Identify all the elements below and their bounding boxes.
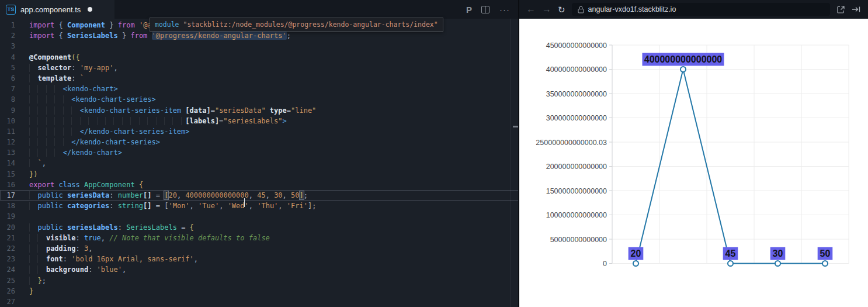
back-icon[interactable]: ← <box>526 5 536 14</box>
line-number: 20 <box>0 222 15 233</box>
code-line[interactable]: 12 </kendo-chart-series> <box>0 137 519 147</box>
code-line[interactable]: 22 padding: 3, <box>0 243 519 254</box>
code-line[interactable]: 2import { SeriesLabels } from '@progress… <box>0 30 519 41</box>
forward-icon[interactable]: → <box>542 5 551 14</box>
more-actions-icon[interactable]: ··· <box>499 5 510 15</box>
code-line[interactable]: 25 }; <box>0 275 519 286</box>
editor-tab-app-component-ts[interactable]: TS app.component.ts <box>0 0 114 19</box>
code-line[interactable]: 27 <box>0 296 519 307</box>
code-text: } <box>29 286 33 296</box>
code-line[interactable]: 7 <kendo-chart> <box>0 84 519 94</box>
code-text: </kendo-chart> <box>29 147 122 158</box>
refresh-icon[interactable]: ↻ <box>558 5 565 14</box>
y-tick-label: 50000000000000 <box>550 236 607 244</box>
scrollbar-decoration <box>513 126 518 127</box>
code-text: visible: true, // Note that visible defa… <box>29 233 270 243</box>
code-text: background: 'blue', <box>29 264 126 275</box>
y-tick-label: 400000000000000 <box>546 65 607 74</box>
code-line[interactable]: 9 <kendo-chart-series-item [data]="serie… <box>0 105 519 116</box>
code-text: <kendo-chart-series> <box>29 94 156 105</box>
line-number: 6 <box>0 73 15 84</box>
code-text: template: ` <box>29 73 84 84</box>
code-line[interactable]: 10 [labels]="seriesLabels"> <box>0 116 519 126</box>
y-tick-label: 300000000000000 <box>546 114 607 122</box>
code-text: export class AppComponent { <box>29 180 143 190</box>
line-number: 14 <box>0 158 15 168</box>
code-line[interactable]: 5 selector: 'my-app', <box>0 63 519 73</box>
line-number: 22 <box>0 243 15 254</box>
line-number: 27 <box>0 296 15 307</box>
code-line[interactable]: 23 font: 'bold 16px Arial, sans-serif', <box>0 254 519 264</box>
data-label: 45 <box>725 249 736 258</box>
code-line[interactable]: 24 background: 'blue', <box>0 264 519 275</box>
line-number: 25 <box>0 275 15 286</box>
y-tick-label: 100000000000000 <box>546 211 607 219</box>
code-text: import { SeriesLabels } from '@progress/… <box>29 30 291 41</box>
code-line[interactable]: 17 public seriesData: number[] = [20, 40… <box>0 190 519 201</box>
code-line[interactable]: 19 <box>0 211 519 222</box>
code-text: }; <box>29 275 46 286</box>
code-line[interactable]: 3 <box>0 41 519 51</box>
line-number: 5 <box>0 63 15 73</box>
chart-point-marker[interactable] <box>822 261 828 266</box>
code-line[interactable]: 20 public seriesLabels: SeriesLabels = { <box>0 222 519 233</box>
code-text: [labels]="seriesLabels"> <box>29 116 287 126</box>
line-number: 8 <box>0 94 15 105</box>
editor-scrollbar[interactable] <box>511 19 519 307</box>
chart-point-marker[interactable] <box>633 261 638 266</box>
data-label: 50 <box>820 249 831 258</box>
line-number: 24 <box>0 264 15 275</box>
y-tick-label: 350000000000000 <box>546 90 607 98</box>
code-line[interactable]: 14 `, <box>0 158 519 168</box>
line-number: 10 <box>0 116 15 126</box>
url-text: angular-vxdo1f.stackblitz.io <box>588 5 676 13</box>
line-number: 11 <box>0 126 15 137</box>
line-number: 16 <box>0 180 15 190</box>
line-number: 13 <box>0 147 15 158</box>
code-text: <kendo-chart> <box>29 84 118 94</box>
code-line[interactable]: 4@Component({ <box>0 52 519 63</box>
chart-point-marker[interactable] <box>775 261 780 266</box>
line-number: 26 <box>0 286 15 296</box>
prettier-icon[interactable]: P <box>466 5 471 15</box>
y-tick-label: 200000000000000 <box>546 163 607 171</box>
chart-point-marker[interactable] <box>728 261 733 266</box>
y-tick-label: 250000000000000.03 <box>536 139 607 147</box>
code-text: @Component({ <box>29 52 80 63</box>
code-line[interactable]: 21 visible: true, // Note that visible d… <box>0 233 519 243</box>
code-editor[interactable]: 1import { Component } from '@angular/cor… <box>0 19 519 307</box>
typescript-file-icon: TS <box>6 5 16 15</box>
code-line[interactable]: 18 public categories: string[] = ['Mon',… <box>0 201 519 211</box>
line-number: 3 <box>0 41 15 51</box>
kendo-line-chart: 4500000000000004000000000000003500000000… <box>519 19 868 307</box>
code-line[interactable]: 6 template: ` <box>0 73 519 84</box>
code-text: public seriesLabels: SeriesLabels = { <box>29 222 194 233</box>
code-line[interactable]: 11 </kendo-chart-series-item> <box>0 126 519 137</box>
code-text: selector: 'my-app', <box>29 63 118 73</box>
code-line[interactable]: 8 <kendo-chart-series> <box>0 94 519 105</box>
line-number: 21 <box>0 233 15 243</box>
lock-icon <box>578 6 584 13</box>
data-label: 30 <box>773 249 783 258</box>
code-text: <kendo-chart-series-item [data]="seriesD… <box>29 105 316 116</box>
code-text: padding: 3, <box>29 243 92 254</box>
code-line[interactable]: 26} <box>0 286 519 296</box>
hover-tooltip: module "stackblitz:/node_modules/@progre… <box>150 18 443 32</box>
data-label: 20 <box>631 249 641 258</box>
code-line[interactable]: 13 </kendo-chart> <box>0 147 519 158</box>
editor-toolbar: P ··· <box>466 0 510 19</box>
code-text: </kendo-chart-series> <box>29 137 160 147</box>
code-line[interactable]: 16export class AppComponent { <box>0 180 519 190</box>
dock-preview-icon[interactable] <box>852 5 861 13</box>
url-bar[interactable]: angular-vxdo1f.stackblitz.io <box>572 3 830 16</box>
line-number: 2 <box>0 30 15 41</box>
preview-navbar: ← → ↻ angular-vxdo1f.stackblitz.io <box>519 0 868 19</box>
open-in-new-window-icon[interactable] <box>836 5 845 14</box>
split-editor-icon[interactable] <box>481 6 489 13</box>
y-tick-label: 0 <box>603 260 607 268</box>
code-line[interactable]: 15}) <box>0 169 519 180</box>
chart-point-marker[interactable] <box>680 67 686 72</box>
line-number: 9 <box>0 105 15 116</box>
line-number: 4 <box>0 52 15 63</box>
y-tick-label: 450000000000000 <box>546 42 607 50</box>
